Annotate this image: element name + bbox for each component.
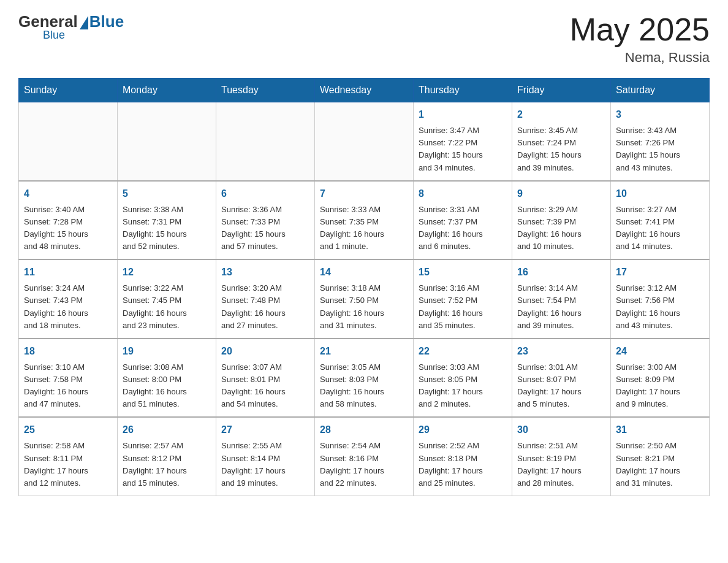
calendar-week-3: 11Sunrise: 3:24 AMSunset: 7:43 PMDayligh… xyxy=(19,259,710,339)
day-number: 26 xyxy=(123,423,211,437)
day-number: 4 xyxy=(24,186,112,201)
calendar-cell: 3Sunrise: 3:43 AMSunset: 7:26 PMDaylight… xyxy=(611,102,710,181)
calendar-cell: 21Sunrise: 3:05 AMSunset: 8:03 PMDayligh… xyxy=(315,339,414,418)
day-number: 11 xyxy=(24,265,112,280)
calendar-cell: 17Sunrise: 3:12 AMSunset: 7:56 PMDayligh… xyxy=(611,259,710,339)
day-info: Sunrise: 3:43 AMSunset: 7:26 PMDaylight:… xyxy=(616,124,704,174)
day-number: 10 xyxy=(616,186,704,201)
page-header: General Blue Blue May 2025 Nema, Russia xyxy=(18,12,710,66)
day-number: 13 xyxy=(221,265,309,280)
calendar-week-4: 18Sunrise: 3:10 AMSunset: 7:58 PMDayligh… xyxy=(19,339,710,418)
day-number: 1 xyxy=(419,107,507,122)
day-number: 7 xyxy=(320,186,408,201)
day-info: Sunrise: 3:01 AMSunset: 8:07 PMDaylight:… xyxy=(517,361,605,411)
day-info: Sunrise: 3:18 AMSunset: 7:50 PMDaylight:… xyxy=(320,282,408,332)
calendar-cell: 16Sunrise: 3:14 AMSunset: 7:54 PMDayligh… xyxy=(512,259,611,339)
day-number: 15 xyxy=(419,265,507,280)
day-info: Sunrise: 2:55 AMSunset: 8:14 PMDaylight:… xyxy=(221,440,309,489)
day-info: Sunrise: 2:52 AMSunset: 8:18 PMDaylight:… xyxy=(419,440,507,489)
calendar-week-2: 4Sunrise: 3:40 AMSunset: 7:28 PMDaylight… xyxy=(19,181,710,260)
calendar-cell: 5Sunrise: 3:38 AMSunset: 7:31 PMDaylight… xyxy=(118,181,216,260)
calendar-cell xyxy=(216,102,315,181)
day-number: 9 xyxy=(517,186,605,201)
day-info: Sunrise: 2:50 AMSunset: 8:21 PMDaylight:… xyxy=(616,440,704,489)
day-number: 6 xyxy=(221,186,309,201)
day-number: 8 xyxy=(419,186,507,201)
day-number: 12 xyxy=(123,265,211,280)
calendar-cell: 27Sunrise: 2:55 AMSunset: 8:14 PMDayligh… xyxy=(216,417,315,496)
calendar-week-1: 1Sunrise: 3:47 AMSunset: 7:22 PMDaylight… xyxy=(19,102,710,181)
calendar-cell: 24Sunrise: 3:00 AMSunset: 8:09 PMDayligh… xyxy=(611,339,710,418)
day-info: Sunrise: 3:03 AMSunset: 8:05 PMDaylight:… xyxy=(419,361,507,411)
calendar-cell: 31Sunrise: 2:50 AMSunset: 8:21 PMDayligh… xyxy=(611,417,710,496)
day-info: Sunrise: 3:47 AMSunset: 7:22 PMDaylight:… xyxy=(419,124,507,174)
weekday-header-saturday: Saturday xyxy=(611,79,710,102)
day-info: Sunrise: 3:14 AMSunset: 7:54 PMDaylight:… xyxy=(517,282,605,332)
calendar-cell: 6Sunrise: 3:36 AMSunset: 7:33 PMDaylight… xyxy=(216,181,315,260)
weekday-header-monday: Monday xyxy=(118,79,216,102)
day-number: 5 xyxy=(123,186,211,201)
day-info: Sunrise: 3:27 AMSunset: 7:41 PMDaylight:… xyxy=(616,204,704,253)
day-number: 14 xyxy=(320,265,408,280)
calendar-week-5: 25Sunrise: 2:58 AMSunset: 8:11 PMDayligh… xyxy=(19,417,710,496)
day-info: Sunrise: 2:51 AMSunset: 8:19 PMDaylight:… xyxy=(517,440,605,489)
calendar-cell: 14Sunrise: 3:18 AMSunset: 7:50 PMDayligh… xyxy=(315,259,414,339)
day-info: Sunrise: 2:58 AMSunset: 8:11 PMDaylight:… xyxy=(24,440,112,489)
day-number: 31 xyxy=(616,423,704,437)
day-info: Sunrise: 3:16 AMSunset: 7:52 PMDaylight:… xyxy=(419,282,507,332)
logo-blue-text: Blue xyxy=(89,12,124,31)
day-info: Sunrise: 2:57 AMSunset: 8:12 PMDaylight:… xyxy=(123,440,211,489)
day-info: Sunrise: 3:07 AMSunset: 8:01 PMDaylight:… xyxy=(221,361,309,411)
day-number: 22 xyxy=(419,344,507,359)
logo: General Blue Blue xyxy=(18,12,124,42)
weekday-header-thursday: Thursday xyxy=(414,79,512,102)
calendar-cell xyxy=(118,102,216,181)
day-number: 23 xyxy=(517,344,605,359)
day-info: Sunrise: 3:36 AMSunset: 7:33 PMDaylight:… xyxy=(221,204,309,253)
calendar-cell: 25Sunrise: 2:58 AMSunset: 8:11 PMDayligh… xyxy=(19,417,118,496)
weekday-header-tuesday: Tuesday xyxy=(216,79,315,102)
calendar-cell: 7Sunrise: 3:33 AMSunset: 7:35 PMDaylight… xyxy=(315,181,414,260)
calendar-cell: 8Sunrise: 3:31 AMSunset: 7:37 PMDaylight… xyxy=(414,181,512,260)
calendar-cell: 29Sunrise: 2:52 AMSunset: 8:18 PMDayligh… xyxy=(414,417,512,496)
day-info: Sunrise: 3:45 AMSunset: 7:24 PMDaylight:… xyxy=(517,124,605,174)
day-info: Sunrise: 3:12 AMSunset: 7:56 PMDaylight:… xyxy=(616,282,704,332)
calendar-cell: 1Sunrise: 3:47 AMSunset: 7:22 PMDaylight… xyxy=(414,102,512,181)
day-info: Sunrise: 3:20 AMSunset: 7:48 PMDaylight:… xyxy=(221,282,309,332)
calendar-cell: 22Sunrise: 3:03 AMSunset: 8:05 PMDayligh… xyxy=(414,339,512,418)
calendar-cell: 11Sunrise: 3:24 AMSunset: 7:43 PMDayligh… xyxy=(19,259,118,339)
day-info: Sunrise: 3:29 AMSunset: 7:39 PMDaylight:… xyxy=(517,204,605,253)
calendar-table: SundayMondayTuesdayWednesdayThursdayFrid… xyxy=(18,78,710,496)
calendar-cell: 4Sunrise: 3:40 AMSunset: 7:28 PMDaylight… xyxy=(19,181,118,260)
calendar-cell: 10Sunrise: 3:27 AMSunset: 7:41 PMDayligh… xyxy=(611,181,710,260)
calendar-cell: 26Sunrise: 2:57 AMSunset: 8:12 PMDayligh… xyxy=(118,417,216,496)
calendar-cell: 19Sunrise: 3:08 AMSunset: 8:00 PMDayligh… xyxy=(118,339,216,418)
day-number: 29 xyxy=(419,423,507,437)
calendar-cell: 9Sunrise: 3:29 AMSunset: 7:39 PMDaylight… xyxy=(512,181,611,260)
day-number: 17 xyxy=(616,265,704,280)
day-info: Sunrise: 3:24 AMSunset: 7:43 PMDaylight:… xyxy=(24,282,112,332)
day-info: Sunrise: 3:33 AMSunset: 7:35 PMDaylight:… xyxy=(320,204,408,253)
title-block: May 2025 Nema, Russia xyxy=(570,12,710,66)
weekday-header-wednesday: Wednesday xyxy=(315,79,414,102)
logo-triangle-icon xyxy=(80,16,88,29)
weekday-header-sunday: Sunday xyxy=(19,79,118,102)
day-number: 18 xyxy=(24,344,112,359)
calendar-cell xyxy=(315,102,414,181)
day-number: 21 xyxy=(320,344,408,359)
calendar-cell xyxy=(19,102,118,181)
day-number: 16 xyxy=(517,265,605,280)
location-subtitle: Nema, Russia xyxy=(570,50,710,66)
day-number: 2 xyxy=(517,107,605,122)
day-info: Sunrise: 3:08 AMSunset: 8:00 PMDaylight:… xyxy=(123,361,211,411)
day-info: Sunrise: 3:38 AMSunset: 7:31 PMDaylight:… xyxy=(123,204,211,253)
weekday-header-row: SundayMondayTuesdayWednesdayThursdayFrid… xyxy=(19,79,710,102)
calendar-cell: 20Sunrise: 3:07 AMSunset: 8:01 PMDayligh… xyxy=(216,339,315,418)
logo-subtitle-text: Blue xyxy=(43,29,65,42)
calendar-cell: 2Sunrise: 3:45 AMSunset: 7:24 PMDaylight… xyxy=(512,102,611,181)
day-number: 28 xyxy=(320,423,408,437)
day-info: Sunrise: 3:31 AMSunset: 7:37 PMDaylight:… xyxy=(419,204,507,253)
calendar-cell: 30Sunrise: 2:51 AMSunset: 8:19 PMDayligh… xyxy=(512,417,611,496)
day-number: 27 xyxy=(221,423,309,437)
calendar-cell: 15Sunrise: 3:16 AMSunset: 7:52 PMDayligh… xyxy=(414,259,512,339)
